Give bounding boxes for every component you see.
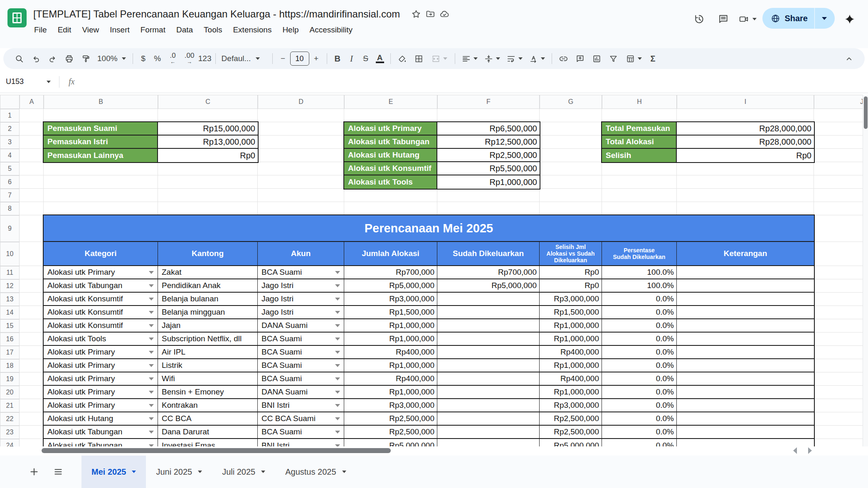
cell[interactable] bbox=[20, 266, 44, 279]
menu-file[interactable]: File bbox=[33, 25, 52, 35]
font-family-select[interactable]: Defaul... bbox=[219, 50, 269, 67]
cell[interactable] bbox=[344, 109, 437, 122]
cell[interactable] bbox=[602, 189, 677, 202]
summary-income-value[interactable]: Rp13,000,000 bbox=[158, 136, 258, 149]
column-header-J[interactable]: J bbox=[814, 95, 868, 109]
paint-format-icon[interactable] bbox=[77, 50, 94, 67]
cell[interactable] bbox=[602, 162, 677, 175]
cell[interactable] bbox=[814, 386, 868, 399]
summary-income-value[interactable]: Rp15,000,000 bbox=[158, 122, 258, 136]
dropdown-arrow-icon[interactable] bbox=[149, 431, 154, 434]
vertical-align-icon[interactable] bbox=[481, 50, 503, 67]
cell[interactable] bbox=[677, 202, 814, 215]
table-cell[interactable]: Rp3,000,000 bbox=[540, 293, 602, 305]
cell[interactable] bbox=[20, 426, 44, 439]
chevron-down-icon[interactable] bbox=[752, 18, 757, 20]
grid-corner[interactable] bbox=[0, 95, 20, 109]
cell[interactable] bbox=[814, 359, 868, 372]
dropdown-arrow-icon[interactable] bbox=[149, 391, 154, 394]
table-cell[interactable]: BCA Suami bbox=[258, 372, 344, 385]
cell[interactable] bbox=[814, 426, 868, 439]
dropdown-arrow-icon[interactable] bbox=[335, 298, 340, 301]
table-cell[interactable]: Alokasi utk Konsumtif bbox=[44, 306, 158, 318]
table-cell[interactable]: 0.0% bbox=[602, 346, 677, 358]
sheet-tab-agustus-2025[interactable]: Agustus 2025 bbox=[275, 456, 356, 488]
column-header-B[interactable]: B bbox=[44, 95, 158, 109]
cell[interactable] bbox=[437, 202, 540, 215]
table-cell[interactable]: Jago Istri bbox=[258, 279, 344, 292]
cell[interactable] bbox=[814, 215, 868, 242]
row-header-22[interactable]: 22 bbox=[0, 412, 20, 426]
table-cell[interactable]: Rp5,000,000 bbox=[344, 439, 437, 446]
table-cell[interactable]: BNI Istri bbox=[258, 439, 344, 446]
table-cell[interactable]: Rp1,000,000 bbox=[344, 333, 437, 345]
table-cell[interactable]: 0.0% bbox=[602, 319, 677, 332]
insert-comment-icon[interactable] bbox=[572, 50, 589, 67]
font-size-input[interactable]: 10 bbox=[290, 52, 309, 66]
gemini-sparkle-icon[interactable] bbox=[841, 10, 859, 28]
table-cell[interactable] bbox=[437, 372, 540, 385]
table-cell[interactable]: Rp3,000,000 bbox=[540, 399, 602, 412]
dropdown-arrow-icon[interactable] bbox=[149, 338, 154, 340]
column-header-cell[interactable]: Akun bbox=[258, 242, 344, 265]
table-cell[interactable]: 0.0% bbox=[602, 412, 677, 425]
table-cell[interactable]: 100.0% bbox=[602, 279, 677, 292]
cell[interactable] bbox=[20, 346, 44, 359]
cell[interactable] bbox=[258, 202, 344, 215]
table-cell[interactable]: Jajan bbox=[158, 319, 258, 332]
formula-input[interactable] bbox=[74, 71, 868, 93]
cell[interactable] bbox=[602, 175, 677, 189]
table-cell[interactable]: Rp400,000 bbox=[344, 346, 437, 358]
summary-allocation-label[interactable]: Alokasi utk Konsumtif bbox=[344, 162, 437, 175]
strikethrough-button[interactable]: S bbox=[359, 50, 373, 67]
cell[interactable] bbox=[814, 346, 868, 359]
table-cell[interactable]: Jago Istri bbox=[258, 306, 344, 318]
dropdown-arrow-icon[interactable] bbox=[149, 298, 154, 301]
menu-tools[interactable]: Tools bbox=[198, 25, 227, 35]
cell[interactable] bbox=[20, 279, 44, 293]
table-cell[interactable]: Alokasi utk Tabungan bbox=[44, 426, 158, 438]
summary-allocation-label[interactable]: Alokasi utk Tools bbox=[344, 175, 437, 189]
chevron-down-icon[interactable] bbox=[132, 471, 136, 473]
table-cell[interactable]: BCA Suami bbox=[258, 359, 344, 372]
sheet-tab-juni-2025[interactable]: Juni 2025 bbox=[146, 456, 212, 488]
dropdown-arrow-icon[interactable] bbox=[149, 351, 154, 354]
sheet-tab-mei-2025[interactable]: Mei 2025 bbox=[81, 456, 146, 488]
cell[interactable] bbox=[158, 175, 258, 189]
all-sheets-icon[interactable] bbox=[50, 463, 67, 480]
table-cell[interactable]: Wifi bbox=[158, 372, 258, 385]
version-history-icon[interactable] bbox=[690, 10, 708, 28]
row-header-3[interactable]: 3 bbox=[0, 136, 20, 149]
table-cell[interactable]: Rp2,500,000 bbox=[344, 412, 437, 425]
table-cell[interactable] bbox=[677, 346, 814, 358]
search-icon[interactable] bbox=[11, 50, 27, 67]
cell[interactable] bbox=[814, 189, 868, 202]
table-cell[interactable]: Kontrakan bbox=[158, 399, 258, 412]
table-cell[interactable] bbox=[677, 306, 814, 318]
cell[interactable] bbox=[44, 202, 158, 215]
cell[interactable] bbox=[44, 189, 158, 202]
row-header-1[interactable]: 1 bbox=[0, 109, 20, 122]
dropdown-arrow-icon[interactable] bbox=[149, 271, 154, 274]
table-tools-icon[interactable] bbox=[622, 50, 646, 67]
column-header-I[interactable]: I bbox=[677, 95, 814, 109]
table-cell[interactable] bbox=[437, 359, 540, 372]
cell[interactable] bbox=[540, 162, 602, 175]
dropdown-arrow-icon[interactable] bbox=[335, 338, 340, 340]
table-cell[interactable] bbox=[437, 333, 540, 345]
column-header-G[interactable]: G bbox=[540, 95, 602, 109]
text-color-button[interactable]: A bbox=[373, 50, 387, 67]
row-header-2[interactable]: 2 bbox=[0, 122, 20, 136]
table-cell[interactable]: Belanja mingguan bbox=[158, 306, 258, 318]
table-cell[interactable]: 0.0% bbox=[602, 293, 677, 305]
dropdown-arrow-icon[interactable] bbox=[149, 404, 154, 407]
zoom-control[interactable]: 100% bbox=[94, 50, 129, 67]
table-cell[interactable] bbox=[677, 359, 814, 372]
dropdown-arrow-icon[interactable] bbox=[149, 417, 154, 420]
menu-data[interactable]: Data bbox=[171, 25, 198, 35]
cell[interactable] bbox=[602, 109, 677, 122]
table-cell[interactable]: Rp700,000 bbox=[344, 266, 437, 279]
dropdown-arrow-icon[interactable] bbox=[335, 377, 340, 380]
column-header-E[interactable]: E bbox=[344, 95, 437, 109]
cell[interactable] bbox=[540, 136, 602, 149]
